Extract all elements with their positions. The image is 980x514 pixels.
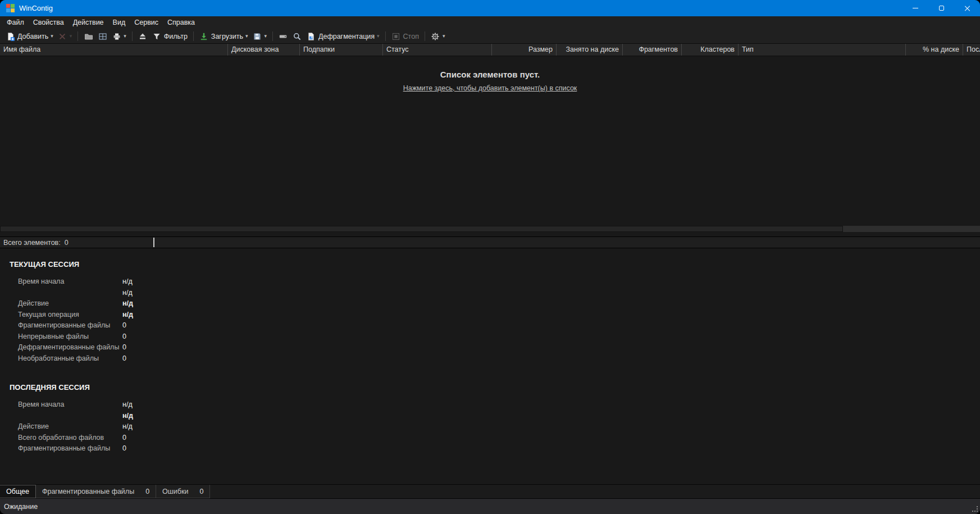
total-elements-value: 0 [65, 239, 69, 247]
tab-fragmented-files[interactable]: Фрагментированные файлы 0 [36, 485, 156, 498]
filter-button-label: Фильтр [164, 33, 188, 40]
column-header-size[interactable]: Размер [492, 44, 557, 56]
defrag-button[interactable]: Дефрагментация [304, 30, 382, 43]
printer-icon [112, 31, 121, 41]
column-header-last[interactable]: Посл [963, 44, 980, 56]
session-row: Непрерывные файлы 0 [10, 331, 980, 343]
tab-label: Фрагментированные файлы [42, 488, 134, 495]
session-row-label: Время начала [18, 276, 122, 288]
add-button[interactable]: Добавить [3, 30, 56, 43]
column-header-filename[interactable]: Имя файла [0, 44, 228, 56]
minimize-button[interactable] [902, 0, 928, 16]
session-row-label: Фрагментированные файлы [18, 443, 122, 454]
save-icon [252, 31, 262, 41]
column-header-type[interactable]: Тип [739, 44, 906, 56]
toolbar-separator [425, 31, 425, 41]
column-header-disk-zone[interactable]: Дисковая зона [228, 44, 300, 56]
total-elements-row: Всего элементов: 0 [0, 236, 980, 248]
maximize-button[interactable] [928, 0, 954, 16]
column-header-status[interactable]: Статус [383, 44, 492, 56]
drive-button[interactable] [276, 30, 290, 43]
minimize-icon [913, 8, 918, 8]
last-session-title: ПОСЛЕДНЯЯ СЕССИЯ [10, 383, 980, 392]
menu-item-file[interactable]: Файл [2, 16, 29, 29]
session-row-label: Всего обработано файлов [18, 433, 122, 444]
defrag-doc-icon [307, 31, 316, 41]
pane-splitter-handle[interactable] [153, 238, 154, 247]
add-items-link[interactable]: Нажмите здесь, чтобы добавить элемент(ы)… [403, 84, 577, 92]
menu-item-help[interactable]: Справка [163, 16, 199, 29]
session-row-label: Текущая операция [18, 310, 122, 321]
column-header-fragments[interactable]: Фрагментов [623, 44, 682, 56]
save-dropdown-arrow-icon[interactable] [264, 34, 267, 39]
tab-general[interactable]: Общее [0, 485, 36, 498]
menu-item-action[interactable]: Действие [69, 16, 108, 29]
close-button[interactable] [954, 0, 980, 16]
session-row: Действие н/д [10, 298, 980, 310]
load-dropdown-arrow-icon[interactable] [245, 34, 248, 39]
current-session-title: ТЕКУЩАЯ СЕССИЯ [10, 260, 980, 269]
session-row-value: н/д [122, 421, 133, 433]
horizontal-scrollbar [0, 226, 980, 232]
eject-button[interactable] [136, 30, 150, 43]
tab-count: 0 [145, 488, 149, 495]
column-header-percent-on-disk[interactable]: % на диске [906, 44, 963, 56]
gear-icon [431, 31, 440, 41]
tab-count: 0 [199, 488, 203, 495]
maximize-icon [939, 6, 944, 11]
column-header-on-disk[interactable]: Занято на диске [557, 44, 623, 56]
status-text: Ожидание [4, 503, 38, 511]
print-button[interactable] [110, 30, 129, 43]
session-row-label: Действие [18, 421, 122, 433]
session-row: Время начала н/д [10, 276, 980, 288]
tab-errors[interactable]: Ошибки 0 [156, 485, 210, 498]
load-button-label: Загрузить [211, 33, 243, 40]
column-header-subfolders[interactable]: Подпапки [300, 44, 383, 56]
session-row-value: н/д [122, 310, 133, 321]
resize-grip[interactable] [972, 506, 978, 512]
title-bar: WinContig [0, 0, 980, 16]
current-session-block: ТЕКУЩАЯ СЕССИЯ Время начала н/д н/д Дейс… [10, 260, 980, 364]
add-dropdown-arrow-icon[interactable] [51, 34, 53, 39]
menu-item-properties[interactable]: Свойства [29, 16, 69, 29]
toolbar-separator [193, 31, 194, 41]
filter-button[interactable]: Фильтр [150, 30, 190, 43]
horizontal-scrollbar-thumb[interactable] [0, 226, 843, 232]
menu-bar: Файл Свойства Действие Вид Сервис Справк… [0, 16, 980, 29]
settings-button[interactable] [429, 30, 448, 43]
session-row: Действие н/д [10, 421, 980, 433]
list-view-button[interactable] [95, 30, 110, 43]
funnel-icon [152, 31, 162, 41]
add-files-icon [6, 31, 15, 41]
analyze-button[interactable] [290, 30, 304, 43]
toolbar: Добавить [0, 29, 980, 44]
stop-button: Стоп [389, 30, 421, 43]
print-dropdown-arrow-icon[interactable] [124, 34, 126, 39]
load-button[interactable]: Загрузить [197, 30, 250, 43]
column-header-clusters[interactable]: Кластеров [682, 44, 739, 56]
properties-button[interactable] [81, 30, 95, 43]
session-row-value: 0 [122, 331, 126, 343]
horizontal-scrollbar-track[interactable] [843, 226, 980, 232]
settings-dropdown-arrow-icon[interactable] [443, 34, 445, 39]
close-icon [964, 5, 970, 12]
tab-label: Общее [6, 488, 29, 495]
drive-icon [279, 31, 288, 41]
session-row-value: 0 [122, 342, 126, 353]
session-row-value: н/д [122, 399, 133, 411]
menu-item-view[interactable]: Вид [108, 16, 130, 29]
toolbar-separator [272, 31, 273, 41]
session-row-label: Непрерывные файлы [18, 331, 122, 343]
status-bar: Ожидание [0, 498, 980, 514]
session-row: Необработанные файлы 0 [10, 353, 980, 365]
session-row-value: н/д [122, 411, 133, 422]
magnifier-icon [293, 31, 302, 41]
session-row: Фрагментированные файлы 0 [10, 320, 980, 331]
toolbar-separator [78, 31, 78, 41]
session-row-label: Фрагментированные файлы [18, 320, 122, 331]
stop-button-label: Стоп [403, 33, 419, 40]
total-elements-label: Всего элементов: [3, 239, 61, 247]
save-button[interactable] [250, 30, 269, 43]
menu-item-service[interactable]: Сервис [130, 16, 163, 29]
session-row: Время начала н/д [10, 399, 980, 411]
